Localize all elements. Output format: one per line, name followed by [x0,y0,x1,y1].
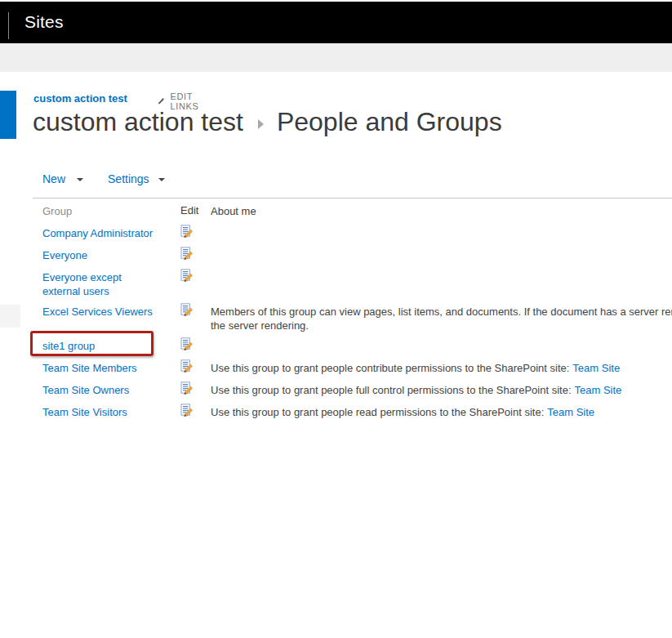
breadcrumb: custom action test EDIT LINKS [33,91,127,105]
column-header-group[interactable]: Group [33,201,180,218]
group-link[interactable]: Everyone except external users [42,271,122,297]
group-link[interactable]: Everyone [42,249,87,261]
page-title-page: People and Groups [277,107,502,137]
group-description: Use this group to grant people full cont… [211,379,672,397]
table-row: Company Administrator [33,222,672,244]
pencil-icon [158,96,165,107]
edit-icon[interactable] [180,303,195,318]
groups-table: Group Edit About me Company Administrato… [33,201,672,423]
page-title-site: custom action test [33,107,243,137]
group-description: Use this group to grant people read perm… [211,401,672,419]
edit-icon[interactable] [180,337,195,352]
description-line: the server rendering. [211,319,672,332]
edit-icon[interactable] [180,225,195,239]
group-link[interactable]: Company Administrator [42,227,153,239]
description-text: Use this group to grant people full cont… [211,384,572,396]
edit-icon[interactable] [180,247,195,261]
new-menu[interactable]: New [42,172,83,185]
description-text: Use this group to grant people contribut… [211,362,569,374]
chevron-down-icon [77,178,83,181]
team-site-link[interactable]: Team Site [575,384,622,396]
description-line: Members of this group can view pages, li… [211,305,672,319]
breadcrumb-site-link[interactable]: custom action test [33,92,127,105]
toolbar-menus: New Settings [42,172,165,185]
team-site-link[interactable]: Team Site [547,406,594,418]
group-link[interactable]: Excel Services Viewers [42,306,153,318]
group-link[interactable]: Team Site Owners [42,384,129,396]
edit-icon[interactable] [180,359,195,374]
table-row: Everyone [33,244,672,266]
group-link[interactable]: Team Site Visitors [42,406,127,418]
table-row: Excel Services Viewers Members of this g… [33,301,672,335]
table-top-rule [33,198,672,199]
chevron-down-icon [158,178,165,181]
edit-icon[interactable] [180,381,195,396]
table-row: Team Site Owners Use this group to grant… [33,379,672,401]
people-and-groups-page: Sites custom action test EDIT LINKS cust… [0,0,672,638]
column-header-about: About me [211,201,672,218]
left-blue-strip [0,91,16,139]
page-title: custom action test People and Groups [33,107,502,137]
settings-menu[interactable]: Settings [108,172,165,185]
column-header-edit: Edit [180,201,211,216]
table-row: Everyone except external users [33,266,672,301]
description-text: Use this group to grant people read perm… [211,406,544,418]
settings-menu-label: Settings [108,172,149,185]
new-menu-label: New [42,172,65,185]
breadcrumb-chevron-icon [258,119,264,129]
edit-icon[interactable] [180,269,195,283]
suite-bar-title: Sites [24,12,64,32]
table-row: Team Site Members Use this group to gran… [33,357,672,379]
group-link[interactable]: site1 group [42,340,95,352]
table-row: Team Site Visitors Use this group to gra… [33,401,672,423]
suite-bar-divider [8,12,9,39]
ribbon-band [0,43,672,72]
suite-bar: Sites [0,2,672,43]
left-gray-tab [0,305,20,328]
group-link[interactable]: Team Site Members [42,362,137,374]
table-row-highlighted: site1 group [33,335,672,357]
table-header-row: Group Edit About me [33,201,672,222]
edit-icon[interactable] [180,404,195,418]
team-site-link[interactable]: Team Site [572,362,620,374]
group-description: Use this group to grant people contribut… [211,357,672,375]
group-description: Members of this group can view pages, li… [211,301,672,332]
